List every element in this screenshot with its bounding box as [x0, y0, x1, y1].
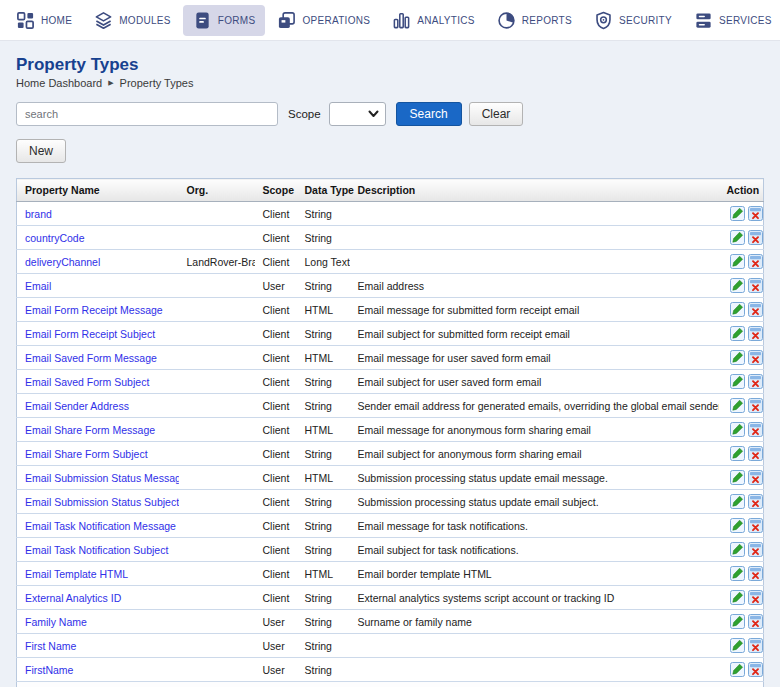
delete-button[interactable]: [748, 230, 763, 245]
description-cell: Email subject for user saved form email: [350, 370, 719, 394]
reports-pie-icon: [497, 11, 516, 30]
data-type-cell: String: [297, 202, 350, 226]
property-name-link[interactable]: First Name: [25, 640, 76, 652]
delete-button[interactable]: [748, 638, 763, 653]
column-header-property-name[interactable]: Property Name: [17, 179, 179, 202]
delete-button[interactable]: [748, 518, 763, 533]
table-row: brandClientString: [17, 202, 764, 226]
org-cell: [179, 394, 255, 418]
table-row: Email Share Form MessageClientHTMLEmail …: [17, 418, 764, 442]
delete-button[interactable]: [748, 494, 763, 509]
property-name-link[interactable]: Email Task Notification Subject: [25, 544, 168, 556]
property-name-link[interactable]: Email Share Form Subject: [25, 448, 148, 460]
edit-button[interactable]: [730, 446, 745, 461]
delete-button[interactable]: [748, 278, 763, 293]
edit-button[interactable]: [730, 326, 745, 341]
delete-button[interactable]: [748, 398, 763, 413]
clear-button[interactable]: Clear: [469, 102, 524, 126]
property-name-link[interactable]: Email Template HTML: [25, 568, 128, 580]
nav-item-forms[interactable]: FORMS: [183, 5, 266, 36]
edit-button[interactable]: [730, 230, 745, 245]
property-name-link[interactable]: Email Saved Form Subject: [25, 376, 149, 388]
property-name-link[interactable]: brand: [25, 208, 52, 220]
property-name-link[interactable]: Family Name: [25, 616, 87, 628]
delete-button[interactable]: [748, 254, 763, 269]
column-header-org[interactable]: Org.: [179, 179, 255, 202]
edit-button[interactable]: [730, 302, 745, 317]
delete-button[interactable]: [748, 470, 763, 485]
search-toolbar: Scope Search Clear: [16, 102, 764, 126]
delete-button[interactable]: [748, 350, 763, 365]
property-name-link[interactable]: Email Submission Status Subject: [25, 496, 179, 508]
nav-item-home[interactable]: HOME: [6, 5, 82, 36]
column-header-description[interactable]: Description: [350, 179, 719, 202]
property-name-link[interactable]: deliveryChannel: [25, 256, 100, 268]
edit-button[interactable]: [730, 470, 745, 485]
search-button[interactable]: Search: [396, 102, 462, 126]
edit-button[interactable]: [730, 590, 745, 605]
org-cell: [179, 274, 255, 298]
edit-button[interactable]: [730, 398, 745, 413]
delete-button[interactable]: [748, 614, 763, 629]
edit-button[interactable]: [730, 278, 745, 293]
edit-button[interactable]: [730, 374, 745, 389]
description-cell: Email subject for anonymous form sharing…: [350, 442, 719, 466]
edit-button[interactable]: [730, 494, 745, 509]
delete-button[interactable]: [748, 566, 763, 581]
edit-button[interactable]: [730, 206, 745, 221]
property-name-link[interactable]: Email: [25, 280, 51, 292]
scope-select[interactable]: [329, 102, 386, 126]
nav-item-modules[interactable]: MODULES: [84, 5, 181, 36]
property-name-link[interactable]: FirstName: [25, 664, 73, 676]
nav-item-operations[interactable]: OPERATIONS: [267, 5, 380, 36]
delete-button[interactable]: [748, 446, 763, 461]
delete-button[interactable]: [748, 542, 763, 557]
data-type-cell: String: [297, 226, 350, 250]
property-name-link[interactable]: Email Form Receipt Message: [25, 304, 163, 316]
operations-windows-icon: [277, 11, 296, 30]
nav-item-security[interactable]: SECURITY: [584, 5, 682, 36]
delete-button[interactable]: [748, 206, 763, 221]
nav-item-reports[interactable]: REPORTS: [487, 5, 582, 36]
edit-button[interactable]: [730, 254, 745, 269]
description-cell: Email message for task notifications.: [350, 514, 719, 538]
breadcrumb: Home Dashboard ▶ Property Types: [16, 77, 764, 89]
table-row: Email Submission Status SubjectClientStr…: [17, 490, 764, 514]
nav-item-analytics[interactable]: ANALYTICS: [382, 5, 485, 36]
search-input[interactable]: [16, 102, 278, 126]
delete-button[interactable]: [748, 662, 763, 677]
new-button[interactable]: New: [16, 139, 66, 163]
breadcrumb-home-link[interactable]: Home Dashboard: [16, 77, 102, 89]
property-name-link[interactable]: Email Saved Form Message: [25, 352, 157, 364]
edit-button[interactable]: [730, 518, 745, 533]
column-header-scope[interactable]: Scope: [255, 179, 297, 202]
nav-item-services[interactable]: SERVICES: [684, 5, 780, 36]
delete-button[interactable]: [748, 374, 763, 389]
table-row: Email Sender AddressClientStringSender e…: [17, 394, 764, 418]
property-name-link[interactable]: countryCode: [25, 232, 85, 244]
edit-button[interactable]: [730, 662, 745, 677]
delete-button[interactable]: [748, 422, 763, 437]
edit-button[interactable]: [730, 614, 745, 629]
scope-cell: Client: [255, 370, 297, 394]
edit-button[interactable]: [730, 350, 745, 365]
delete-button[interactable]: [748, 302, 763, 317]
delete-button[interactable]: [748, 326, 763, 341]
table-row: EmailUserStringEmail address: [17, 274, 764, 298]
column-header-data-type[interactable]: Data Type: [297, 179, 350, 202]
data-type-cell: String: [297, 610, 350, 634]
edit-button[interactable]: [730, 422, 745, 437]
property-name-link[interactable]: Email Sender Address: [25, 400, 129, 412]
delete-button[interactable]: [748, 590, 763, 605]
edit-button[interactable]: [730, 638, 745, 653]
org-cell: [179, 370, 255, 394]
property-name-link[interactable]: Email Form Receipt Subject: [25, 328, 155, 340]
property-name-link[interactable]: External Analytics ID: [25, 592, 121, 604]
org-cell: [179, 562, 255, 586]
edit-button[interactable]: [730, 566, 745, 581]
property-name-link[interactable]: Email Submission Status Message: [25, 472, 179, 484]
table-row: Email Form Receipt MessageClientHTMLEmai…: [17, 298, 764, 322]
edit-button[interactable]: [730, 542, 745, 557]
property-name-link[interactable]: Email Share Form Message: [25, 424, 155, 436]
property-name-link[interactable]: Email Task Notification Message: [25, 520, 176, 532]
